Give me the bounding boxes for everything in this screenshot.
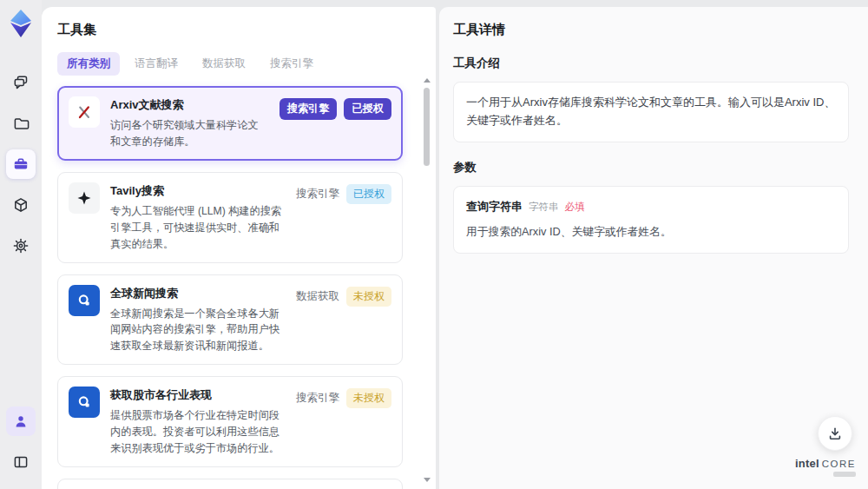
tool-description: 访问各个研究领域大量科学论文和文章的存储库。	[110, 117, 269, 150]
list-scrollbar[interactable]	[423, 78, 431, 482]
param-type: 字符串	[529, 199, 559, 215]
sparkle-icon	[69, 182, 100, 214]
auth-status-badge: 未授权	[346, 287, 391, 307]
folder-icon	[12, 115, 30, 132]
param-description: 用于搜索的Arxiv ID、关键字或作者姓名。	[466, 223, 836, 241]
tool-description: 专为人工智能代理 (LLM) 构建的搜索引擎工具，可快速提供实时、准确和真实的结…	[110, 203, 286, 253]
tool-title: 全球新闻搜索	[110, 286, 286, 301]
sidebar-item-settings[interactable]	[6, 231, 36, 261]
tool-card-arxiv[interactable]: Arxiv文献搜索 访问各个研究领域大量科学论文和文章的存储库。 搜索引擎 已授…	[57, 86, 403, 161]
details-title: 工具详情	[453, 22, 849, 38]
category-label: 搜索引擎	[296, 391, 339, 406]
sidebar-item-tools[interactable]	[6, 149, 36, 179]
panel-layout-icon	[12, 453, 30, 471]
category-tabs: 所有类别 语言翻译 数据获取 搜索引擎	[57, 52, 420, 76]
download-icon	[826, 425, 844, 442]
tool-description: 全球新闻搜索是一个聚合全球各大新闻网站内容的搜索引擎，帮助用户快速获取全球最新资…	[110, 306, 286, 355]
user-icon	[12, 413, 30, 430]
intro-box: 一个用于从Arxiv存储库搜索科学论文和文章的工具。输入可以是Arxiv ID、…	[453, 82, 849, 142]
auth-status-badge: 已授权	[346, 184, 391, 204]
intel-logo-text: intel	[795, 457, 819, 470]
tool-description: 提供股票市场各个行业在特定时间段内的表现。投资者可以利用这些信息来识别表现优于或…	[110, 407, 286, 457]
intro-heading: 工具介绍	[453, 56, 849, 71]
sidebar-item-chat[interactable]	[6, 68, 36, 97]
sidebar-item-account[interactable]	[6, 406, 36, 436]
sidebar-item-files[interactable]	[6, 109, 36, 138]
tool-card-global-news[interactable]: 全球新闻搜索 全球新闻搜索是一个聚合全球各大新闻网站内容的搜索引擎，帮助用户快速…	[57, 274, 403, 366]
tool-list: Arxiv文献搜索 访问各个研究领域大量科学论文和文章的存储库。 搜索引擎 已授…	[57, 86, 420, 489]
tab-data-fetch[interactable]: 数据获取	[193, 52, 255, 76]
params-heading: 参数	[453, 160, 849, 175]
scrollbar-thumb[interactable]	[424, 88, 430, 166]
param-box: 查询字符串 字符串 必填 用于搜索的Arxiv ID、关键字或作者姓名。	[453, 186, 849, 254]
category-label: 搜索引擎	[296, 187, 339, 202]
blue-search-tile-icon	[69, 387, 100, 418]
logo-gem-icon[interactable]	[8, 9, 34, 38]
arxiv-logo-icon	[69, 96, 100, 128]
scroll-down-arrow-icon[interactable]	[424, 478, 431, 482]
tool-title: Tavily搜索	[110, 183, 286, 199]
sidebar-item-collapse[interactable]	[6, 447, 36, 477]
tool-details-panel: 工具详情 工具介绍 一个用于从Arxiv存储库搜索科学论文和文章的工具。输入可以…	[439, 7, 868, 489]
sidebar-rail	[0, 0, 42, 489]
chat-icon	[12, 74, 30, 91]
tab-all-categories[interactable]: 所有类别	[57, 52, 120, 76]
tool-title: Arxiv文献搜索	[110, 97, 269, 113]
gear-icon	[12, 237, 30, 254]
tool-card-tavily[interactable]: Tavily搜索 专为人工智能代理 (LLM) 构建的搜索引擎工具，可快速提供实…	[57, 172, 403, 263]
scroll-up-arrow-icon[interactable]	[424, 78, 431, 83]
intel-sub-badge	[833, 472, 856, 477]
blue-search-tile-icon	[69, 285, 100, 316]
tab-search-engine[interactable]: 搜索引擎	[260, 52, 323, 76]
auth-status-button[interactable]: 已授权	[344, 98, 391, 120]
tool-card-most-active-stocks[interactable]: 获取市场最活跃股票信息 提供当天交易量最高的股票列表，投资者可以利用这些信息来识…	[57, 479, 403, 489]
category-button[interactable]: 搜索引擎	[279, 98, 338, 120]
category-label: 数据获取	[296, 289, 339, 304]
tool-card-sector-performance[interactable]: 获取股市各行业表现 提供股票市场各个行业在特定时间段内的表现。投资者可以利用这些…	[57, 376, 403, 467]
download-button[interactable]	[818, 416, 852, 451]
cube-icon	[12, 196, 30, 214]
tool-title: 获取股市各行业表现	[110, 387, 286, 403]
tab-language-translation[interactable]: 语言翻译	[125, 52, 187, 76]
param-name: 查询字符串	[466, 198, 523, 216]
sidebar-item-plugins[interactable]	[6, 190, 36, 220]
core-logo-text: CORE	[822, 459, 856, 469]
page-title: 工具集	[57, 22, 420, 38]
toolbox-icon	[12, 155, 30, 173]
param-required-flag: 必填	[565, 199, 585, 215]
auth-status-badge: 未授权	[346, 388, 391, 408]
intel-core-logo: intel CORE	[795, 457, 856, 477]
toolset-panel: 工具集 所有类别 语言翻译 数据获取 搜索引擎 Arxiv文献搜索 访问各个研究…	[42, 7, 436, 489]
